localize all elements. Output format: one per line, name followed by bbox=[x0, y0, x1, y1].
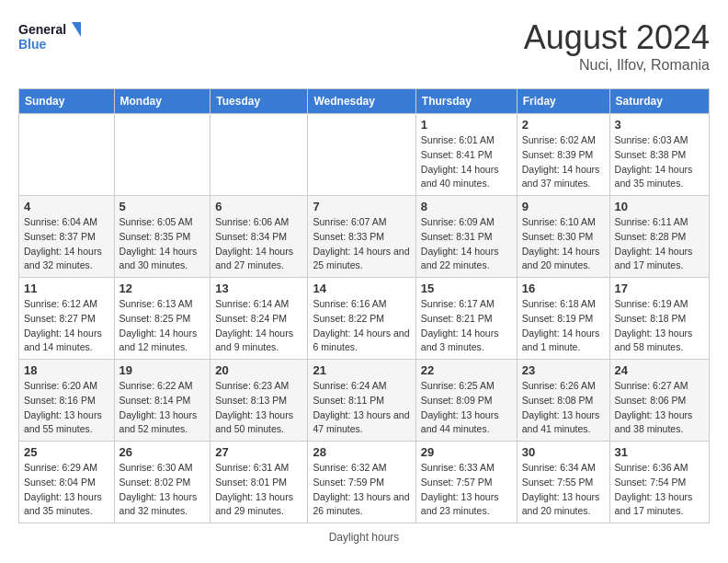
day-number: 6 bbox=[215, 200, 302, 213]
day-number: 17 bbox=[615, 282, 704, 295]
day-info: Sunrise: 6:20 AM Sunset: 8:16 PM Dayligh… bbox=[24, 379, 109, 437]
day-number: 21 bbox=[313, 363, 410, 377]
table-row: 23Sunrise: 6:26 AM Sunset: 8:08 PM Dayli… bbox=[517, 360, 609, 442]
day-info: Sunrise: 6:13 AM Sunset: 8:25 PM Dayligh… bbox=[119, 297, 206, 355]
day-number: 19 bbox=[119, 363, 206, 377]
table-row: 9Sunrise: 6:10 AM Sunset: 8:30 PM Daylig… bbox=[517, 196, 609, 278]
col-monday: Monday bbox=[114, 89, 210, 114]
table-row: 20Sunrise: 6:23 AM Sunset: 8:13 PM Dayli… bbox=[210, 360, 308, 442]
day-number: 31 bbox=[615, 445, 704, 459]
day-number: 7 bbox=[313, 200, 410, 213]
table-row: 26Sunrise: 6:30 AM Sunset: 8:02 PM Dayli… bbox=[114, 442, 210, 523]
table-row: 6Sunrise: 6:06 AM Sunset: 8:34 PM Daylig… bbox=[210, 196, 308, 278]
day-info: Sunrise: 6:01 AM Sunset: 8:41 PM Dayligh… bbox=[421, 133, 512, 191]
day-number: 9 bbox=[522, 200, 605, 213]
calendar-header: Sunday Monday Tuesday Wednesday Thursday… bbox=[19, 89, 710, 114]
day-number: 18 bbox=[24, 363, 109, 377]
table-row bbox=[114, 114, 210, 196]
day-info: Sunrise: 6:05 AM Sunset: 8:35 PM Dayligh… bbox=[119, 215, 206, 273]
table-row: 17Sunrise: 6:19 AM Sunset: 8:18 PM Dayli… bbox=[609, 278, 709, 360]
day-number: 25 bbox=[24, 445, 109, 459]
day-number: 29 bbox=[421, 445, 512, 459]
day-info: Sunrise: 6:14 AM Sunset: 8:24 PM Dayligh… bbox=[215, 297, 302, 355]
col-saturday: Saturday bbox=[609, 89, 709, 114]
day-number: 13 bbox=[215, 282, 302, 295]
table-row: 18Sunrise: 6:20 AM Sunset: 8:16 PM Dayli… bbox=[19, 360, 115, 442]
day-info: Sunrise: 6:02 AM Sunset: 8:39 PM Dayligh… bbox=[522, 133, 605, 191]
table-row: 16Sunrise: 6:18 AM Sunset: 8:19 PM Dayli… bbox=[517, 278, 609, 360]
svg-marker-2 bbox=[72, 22, 81, 37]
day-info: Sunrise: 6:30 AM Sunset: 8:02 PM Dayligh… bbox=[119, 461, 206, 519]
day-number: 26 bbox=[119, 445, 206, 459]
day-info: Sunrise: 6:17 AM Sunset: 8:21 PM Dayligh… bbox=[421, 297, 512, 355]
footer-note: Daylight hours bbox=[18, 531, 710, 544]
table-row: 28Sunrise: 6:32 AM Sunset: 7:59 PM Dayli… bbox=[308, 442, 415, 523]
calendar-week-row: 18Sunrise: 6:20 AM Sunset: 8:16 PM Dayli… bbox=[19, 360, 710, 442]
col-wednesday: Wednesday bbox=[308, 89, 415, 114]
day-info: Sunrise: 6:04 AM Sunset: 8:37 PM Dayligh… bbox=[24, 215, 109, 273]
table-row: 13Sunrise: 6:14 AM Sunset: 8:24 PM Dayli… bbox=[210, 278, 308, 360]
table-row: 3Sunrise: 6:03 AM Sunset: 8:38 PM Daylig… bbox=[609, 114, 709, 196]
day-number: 20 bbox=[215, 363, 302, 377]
calendar-week-row: 11Sunrise: 6:12 AM Sunset: 8:27 PM Dayli… bbox=[19, 278, 710, 360]
day-info: Sunrise: 6:11 AM Sunset: 8:28 PM Dayligh… bbox=[615, 215, 704, 273]
table-row: 27Sunrise: 6:31 AM Sunset: 8:01 PM Dayli… bbox=[210, 442, 308, 523]
table-row bbox=[210, 114, 308, 196]
day-info: Sunrise: 6:03 AM Sunset: 8:38 PM Dayligh… bbox=[615, 133, 704, 191]
calendar-week-row: 1Sunrise: 6:01 AM Sunset: 8:41 PM Daylig… bbox=[19, 114, 710, 196]
day-number: 8 bbox=[421, 200, 512, 213]
day-number: 3 bbox=[615, 118, 704, 132]
title-block: August 2024 Nuci, Ilfov, Romania bbox=[524, 18, 710, 74]
day-info: Sunrise: 6:12 AM Sunset: 8:27 PM Dayligh… bbox=[24, 297, 109, 355]
day-number: 23 bbox=[522, 363, 605, 377]
col-thursday: Thursday bbox=[415, 89, 517, 114]
day-number: 30 bbox=[522, 445, 605, 459]
day-info: Sunrise: 6:29 AM Sunset: 8:04 PM Dayligh… bbox=[24, 461, 109, 519]
day-info: Sunrise: 6:23 AM Sunset: 8:13 PM Dayligh… bbox=[215, 379, 302, 437]
svg-text:General: General bbox=[18, 22, 66, 37]
day-info: Sunrise: 6:10 AM Sunset: 8:30 PM Dayligh… bbox=[522, 215, 605, 273]
table-row: 2Sunrise: 6:02 AM Sunset: 8:39 PM Daylig… bbox=[517, 114, 609, 196]
day-info: Sunrise: 6:09 AM Sunset: 8:31 PM Dayligh… bbox=[421, 215, 512, 273]
col-friday: Friday bbox=[517, 89, 609, 114]
day-info: Sunrise: 6:34 AM Sunset: 7:55 PM Dayligh… bbox=[522, 461, 605, 519]
day-number: 22 bbox=[421, 363, 512, 377]
day-number: 5 bbox=[119, 200, 206, 213]
table-row: 29Sunrise: 6:33 AM Sunset: 7:57 PM Dayli… bbox=[415, 442, 517, 523]
day-info: Sunrise: 6:22 AM Sunset: 8:14 PM Dayligh… bbox=[119, 379, 206, 437]
day-info: Sunrise: 6:36 AM Sunset: 7:54 PM Dayligh… bbox=[615, 461, 704, 519]
day-info: Sunrise: 6:32 AM Sunset: 7:59 PM Dayligh… bbox=[313, 461, 410, 519]
day-info: Sunrise: 6:26 AM Sunset: 8:08 PM Dayligh… bbox=[522, 379, 605, 437]
day-number: 14 bbox=[313, 282, 410, 295]
logo-icon: General Blue bbox=[18, 18, 83, 57]
calendar-table: Sunday Monday Tuesday Wednesday Thursday… bbox=[18, 88, 710, 523]
table-row: 24Sunrise: 6:27 AM Sunset: 8:06 PM Dayli… bbox=[609, 360, 709, 442]
day-info: Sunrise: 6:07 AM Sunset: 8:33 PM Dayligh… bbox=[313, 215, 410, 273]
month-title: August 2024 bbox=[524, 18, 710, 57]
day-info: Sunrise: 6:27 AM Sunset: 8:06 PM Dayligh… bbox=[615, 379, 704, 437]
table-row: 12Sunrise: 6:13 AM Sunset: 8:25 PM Dayli… bbox=[114, 278, 210, 360]
day-number: 1 bbox=[421, 118, 512, 132]
day-info: Sunrise: 6:24 AM Sunset: 8:11 PM Dayligh… bbox=[313, 379, 410, 437]
header-row: Sunday Monday Tuesday Wednesday Thursday… bbox=[19, 89, 710, 114]
location-subtitle: Nuci, Ilfov, Romania bbox=[524, 57, 710, 74]
page-header: General Blue August 2024 Nuci, Ilfov, Ro… bbox=[18, 18, 710, 74]
table-row: 10Sunrise: 6:11 AM Sunset: 8:28 PM Dayli… bbox=[609, 196, 709, 278]
day-number: 28 bbox=[313, 445, 410, 459]
day-number: 12 bbox=[119, 282, 206, 295]
table-row bbox=[19, 114, 115, 196]
table-row: 11Sunrise: 6:12 AM Sunset: 8:27 PM Dayli… bbox=[19, 278, 115, 360]
day-number: 11 bbox=[24, 282, 109, 295]
table-row: 5Sunrise: 6:05 AM Sunset: 8:35 PM Daylig… bbox=[114, 196, 210, 278]
col-sunday: Sunday bbox=[19, 89, 115, 114]
calendar-week-row: 25Sunrise: 6:29 AM Sunset: 8:04 PM Dayli… bbox=[19, 442, 710, 523]
day-info: Sunrise: 6:25 AM Sunset: 8:09 PM Dayligh… bbox=[421, 379, 512, 437]
table-row: 30Sunrise: 6:34 AM Sunset: 7:55 PM Dayli… bbox=[517, 442, 609, 523]
table-row: 7Sunrise: 6:07 AM Sunset: 8:33 PM Daylig… bbox=[308, 196, 415, 278]
day-number: 27 bbox=[215, 445, 302, 459]
table-row: 19Sunrise: 6:22 AM Sunset: 8:14 PM Dayli… bbox=[114, 360, 210, 442]
day-info: Sunrise: 6:33 AM Sunset: 7:57 PM Dayligh… bbox=[421, 461, 512, 519]
table-row: 21Sunrise: 6:24 AM Sunset: 8:11 PM Dayli… bbox=[308, 360, 415, 442]
table-row: 8Sunrise: 6:09 AM Sunset: 8:31 PM Daylig… bbox=[415, 196, 517, 278]
day-info: Sunrise: 6:19 AM Sunset: 8:18 PM Dayligh… bbox=[615, 297, 704, 355]
